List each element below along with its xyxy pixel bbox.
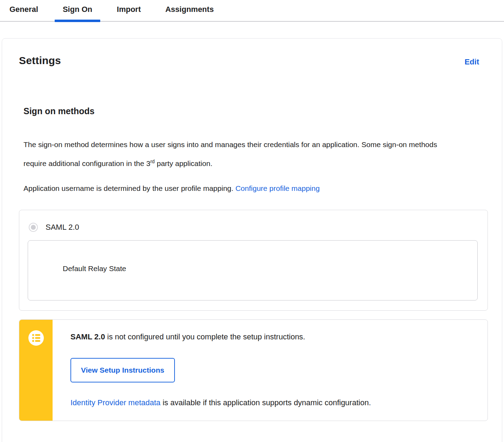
settings-card: Settings Edit Sign on methods The sign-o… <box>2 38 502 442</box>
settings-title: Settings <box>19 55 61 67</box>
description-text-part1: The sign-on method determines how a user… <box>23 140 437 167</box>
saml-radio-row: SAML 2.0 <box>29 223 478 232</box>
saml-not-configured-callout: SAML 2.0 is not configured until you com… <box>19 319 488 421</box>
callout-message: SAML 2.0 is not configured until you com… <box>70 332 474 341</box>
default-relay-state-box: Default Relay State <box>28 240 478 301</box>
callout-yellow-stripe <box>19 320 53 421</box>
sign-on-methods-heading: Sign on methods <box>23 106 488 116</box>
description-superscript: rd <box>150 159 155 164</box>
tab-sign-on[interactable]: Sign On <box>55 0 100 21</box>
callout-body: SAML 2.0 is not configured until you com… <box>53 320 488 421</box>
tab-general[interactable]: General <box>1 0 46 21</box>
view-setup-instructions-button[interactable]: View Setup Instructions <box>70 358 175 382</box>
configure-profile-mapping-link[interactable]: Configure profile mapping <box>236 184 320 192</box>
saml-method-box: SAML 2.0 Default Relay State <box>19 210 488 311</box>
default-relay-state-label: Default Relay State <box>63 264 126 272</box>
metadata-line: Identity Provider metadata is available … <box>70 398 474 407</box>
settings-card-header: Settings Edit <box>19 55 488 67</box>
callout-message-text: is not configured until you complete the… <box>105 332 305 341</box>
metadata-text: is available if this application support… <box>161 398 371 407</box>
tab-assignments[interactable]: Assignments <box>157 0 222 21</box>
callout-message-bold: SAML 2.0 <box>70 332 105 341</box>
identity-provider-metadata-link[interactable]: Identity Provider metadata <box>70 398 161 407</box>
sign-on-method-description: The sign-on method determines how a user… <box>23 136 455 172</box>
saml-radio-button[interactable] <box>29 223 38 232</box>
app-tab-bar: General Sign On Import Assignments <box>0 0 504 22</box>
list-icon <box>28 330 44 346</box>
username-mapping-line: Application username is determined by th… <box>23 180 455 197</box>
description-text-part2: party application. <box>155 159 212 167</box>
username-mapping-text: Application username is determined by th… <box>23 184 236 192</box>
saml-radio-label: SAML 2.0 <box>46 223 79 232</box>
edit-link[interactable]: Edit <box>464 57 479 67</box>
tab-import[interactable]: Import <box>109 0 149 21</box>
